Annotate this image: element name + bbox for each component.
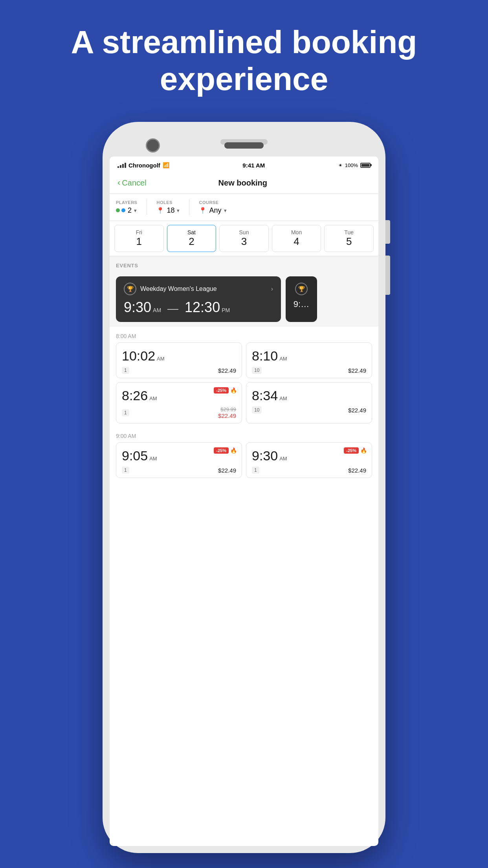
event-start-time-value: 9:30 (124, 299, 151, 316)
slot-footer-930: 1 $22.49 (252, 467, 366, 474)
signal-bar-1 (117, 166, 119, 168)
battery-icon (360, 163, 371, 168)
events-label: EVENTS (116, 263, 138, 268)
headline-line1: A streamlined booking (71, 24, 417, 60)
date-sun[interactable]: Sun 3 (219, 225, 269, 252)
slot-badge-810: 10 (252, 367, 262, 374)
event-start-period: AM (153, 307, 161, 313)
slot-time-value-930: 9:30 (252, 448, 278, 463)
trophy-icon-2: 🏆 (295, 283, 308, 295)
course-filter[interactable]: COURSE 📍 Any ▾ (199, 200, 226, 215)
slot-price-810: $22.49 (348, 367, 366, 374)
slot-time-834: 8:34 AM (252, 388, 366, 403)
date-tue[interactable]: Tue 5 (324, 225, 374, 252)
players-count: 2 (128, 206, 132, 215)
slot-period-1002: AM (157, 356, 165, 362)
course-name: Any (209, 206, 221, 215)
status-right: ✴ 100% (338, 162, 371, 168)
filter-divider-1 (147, 199, 147, 215)
headline-line2: experience (160, 61, 328, 97)
cancel-button[interactable]: ‹ Cancel (117, 178, 147, 188)
dot-blue (121, 208, 125, 212)
player-dots (116, 208, 125, 212)
slot-badge-826: 1 (122, 409, 129, 416)
headline: A streamlined booking experience (0, 24, 488, 98)
time-group-label-9am: 9:00 AM (110, 428, 378, 442)
holes-chevron-icon: ▾ (177, 208, 180, 213)
cancel-label[interactable]: Cancel (122, 178, 146, 188)
sale-badge-826: -25% (214, 387, 229, 394)
nav-bar: ‹ Cancel New booking (110, 174, 378, 194)
slot-period-930: AM (279, 456, 287, 462)
event-end-period: PM (222, 307, 230, 313)
slot-footer-810: 10 $22.49 (252, 367, 366, 374)
signal-bars (117, 162, 126, 168)
battery-fill (361, 164, 369, 167)
slot-price-834: $22.49 (348, 407, 366, 414)
holes-value-row[interactable]: 📍 18 ▾ (156, 206, 180, 215)
event-arrow-icon: › (271, 285, 273, 292)
sale-indicators-905: -25% 🔥 (214, 447, 237, 454)
slot-time-value-826: 8:26 (122, 388, 148, 403)
wifi-icon: 📶 (163, 162, 169, 168)
slot-card-834[interactable]: 8:34 AM 10 $22.49 (246, 382, 372, 423)
signal-bar-3 (122, 164, 124, 168)
slots-grid-8am: 10:02 AM 1 $22.49 8:10 AM 10 (110, 342, 378, 428)
event-title-row: 🏆 Weekday Women's League (124, 283, 217, 295)
date-sat[interactable]: Sat 2 (167, 225, 216, 252)
slot-price-930: $22.49 (348, 467, 366, 474)
date-fri[interactable]: Fri 1 (114, 225, 164, 252)
hot-icon-905: 🔥 (230, 447, 237, 454)
date-sat-day: Sat (187, 229, 196, 235)
event-card-1[interactable]: 🏆 Weekday Women's League › 9:30 AM — 12:… (116, 276, 281, 322)
slot-card-826[interactable]: 8:26 AM -25% 🔥 1 $29.99 $22.49 (116, 382, 242, 423)
status-bar: Chronogolf 📶 9:41 AM ✴ 100% (110, 156, 378, 174)
slot-card-905[interactable]: 9:05 AM -25% 🔥 1 $22.49 (116, 442, 242, 478)
event-time-separator: — (167, 302, 178, 315)
event-end-time: 12:30 PM (185, 299, 230, 316)
event-partial-time: 9:… (294, 299, 309, 309)
slot-price-1002: $22.49 (218, 367, 236, 374)
slot-original-price-826: $29.99 (220, 406, 236, 412)
event-time-row: 9:30 AM — 12:30 PM (124, 299, 273, 316)
slot-card-1002[interactable]: 10:02 AM 1 $22.49 (116, 342, 242, 378)
event-name: Weekday Women's League (140, 285, 217, 292)
players-chevron-icon: ▾ (134, 208, 137, 213)
slot-period-834: AM (279, 395, 287, 401)
time-group-9am-text: 9:00 AM (116, 433, 136, 439)
back-chevron-icon: ‹ (117, 178, 120, 188)
slot-card-810[interactable]: 8:10 AM 10 $22.49 (246, 342, 372, 378)
date-fri-day: Fri (136, 229, 142, 235)
events-carousel: 🏆 Weekday Women's League › 9:30 AM — 12:… (110, 272, 378, 327)
players-filter[interactable]: PLAYERS 2 ▾ (116, 200, 137, 215)
slot-card-930[interactable]: 9:30 AM -25% 🔥 1 $22.49 (246, 442, 372, 478)
signal-bar-4 (125, 163, 126, 168)
slot-time-810: 8:10 AM (252, 348, 366, 364)
slot-footer-826: 1 $29.99 $22.49 (122, 406, 236, 419)
slot-footer-834: 10 $22.49 (252, 406, 366, 414)
date-mon[interactable]: Mon 4 (272, 225, 321, 252)
slot-time-value-905: 9:05 (122, 448, 148, 463)
battery-percent: 100% (345, 162, 358, 168)
slot-time-value-810: 8:10 (252, 348, 278, 364)
holes-filter[interactable]: HOLES 📍 18 ▾ (156, 200, 180, 215)
course-label: COURSE (199, 200, 226, 205)
filters-bar: PLAYERS 2 ▾ HOLES 📍 18 ▾ (110, 194, 378, 221)
holes-label: HOLES (156, 200, 180, 205)
event-start-time: 9:30 AM (124, 299, 161, 316)
events-section-header: EVENTS (110, 256, 378, 272)
event-card-2-partial[interactable]: 🏆 9:… (286, 276, 317, 322)
phone-button-right-2 (385, 256, 390, 295)
slot-time-1002: 10:02 AM (122, 348, 236, 364)
hot-icon-826: 🔥 (230, 387, 237, 394)
slot-badge-905: 1 (122, 467, 129, 474)
date-mon-num: 4 (294, 235, 299, 248)
slots-grid-9am: 9:05 AM -25% 🔥 1 $22.49 9:30 (110, 442, 378, 483)
date-sat-num: 2 (189, 235, 194, 248)
slot-time-value-1002: 10:02 (122, 348, 155, 364)
carrier-name: Chronogolf (128, 162, 160, 169)
slot-footer-1002: 1 $22.49 (122, 367, 236, 374)
filter-divider-2 (189, 199, 189, 215)
course-value-row[interactable]: 📍 Any ▾ (199, 206, 226, 215)
players-value-row[interactable]: 2 ▾ (116, 206, 137, 215)
